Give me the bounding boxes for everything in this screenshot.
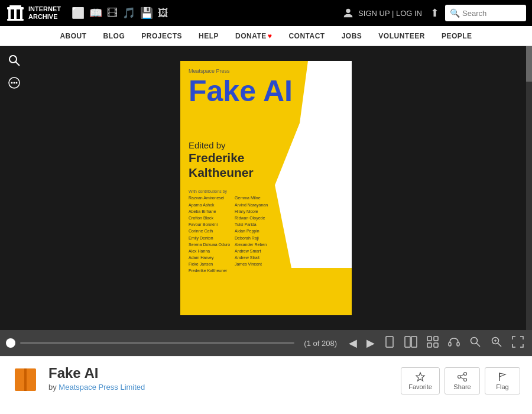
share-button[interactable]: Share <box>445 367 480 394</box>
progress-track[interactable] <box>20 342 294 344</box>
next-page-button[interactable]: ▶ <box>364 337 377 350</box>
nav-projects[interactable]: PROJECTS <box>133 26 190 46</box>
nav-blog[interactable]: BLOG <box>95 26 134 46</box>
nav-help[interactable]: HELP <box>190 26 227 46</box>
nav-donate[interactable]: DONATE♥ <box>227 26 280 46</box>
nav-about[interactable]: ABOUT <box>51 26 95 46</box>
software-icon[interactable]: 💾 <box>140 7 153 20</box>
book-type-icon <box>12 366 39 399</box>
user-icon <box>342 7 355 20</box>
star-icon <box>415 371 426 382</box>
bookmark-search-icon <box>491 336 502 348</box>
fullscreen-button[interactable] <box>510 336 526 351</box>
contributors-columns: Razvan AmironeseiAparna AshokAbeba Birha… <box>189 195 343 274</box>
nav-volunteer[interactable]: VOLUNTEER <box>370 26 433 46</box>
svg-point-22 <box>471 337 478 344</box>
svg-line-36 <box>460 377 464 379</box>
svg-line-35 <box>460 374 464 376</box>
svg-point-11 <box>14 82 15 84</box>
scrollbar-thumb[interactable] <box>526 46 532 82</box>
svg-point-12 <box>16 82 18 84</box>
book-info-section: Fake AI by Meatspace Press Limited <box>12 365 145 399</box>
book-by: by Meatspace Press Limited <box>48 383 145 392</box>
search-ctrl-icon <box>469 336 481 348</box>
svg-rect-16 <box>427 337 432 341</box>
nav-contact[interactable]: CONTACT <box>280 26 333 46</box>
audio-button[interactable] <box>446 336 462 351</box>
svg-point-7 <box>9 56 17 63</box>
nav-jobs[interactable]: JOBS <box>333 26 371 46</box>
search-input[interactable] <box>462 9 521 18</box>
svg-rect-15 <box>411 337 417 347</box>
svg-rect-17 <box>434 337 438 341</box>
svg-point-33 <box>458 376 461 379</box>
fullscreen-icon <box>512 336 524 348</box>
author-link[interactable]: Meatspace Press Limited <box>59 383 145 392</box>
topbar-icons: ⬜ 📖 🎞 🎵 💾 🖼 <box>72 7 168 20</box>
svg-point-6 <box>346 9 350 13</box>
book-cover: Meatspace Press Fake AI Edited by Freder… <box>180 61 352 315</box>
svg-rect-30 <box>24 368 27 391</box>
book-meta: Fake AI by Meatspace Press Limited <box>48 365 145 392</box>
user-actions-text[interactable]: SIGN UP | LOG IN <box>358 9 422 18</box>
film-icon[interactable]: 🎞 <box>107 7 118 20</box>
single-page-button[interactable] <box>382 336 397 351</box>
svg-rect-2 <box>14 9 17 19</box>
audio-icon[interactable]: 🎵 <box>122 7 135 20</box>
viewer-more-button[interactable] <box>6 75 22 91</box>
share-label: Share <box>453 383 471 390</box>
image-icon[interactable]: 🖼 <box>158 7 168 20</box>
svg-rect-14 <box>405 337 410 347</box>
flag-label: Flag <box>496 383 508 390</box>
viewer-area: Meatspace Press Fake AI Edited by Freder… <box>0 46 532 330</box>
svg-marker-31 <box>416 373 424 381</box>
svg-rect-1 <box>8 9 11 19</box>
svg-rect-3 <box>20 9 22 19</box>
viewer-search-ctrl-button[interactable] <box>467 336 484 351</box>
favorite-button[interactable]: Favorite <box>401 367 440 394</box>
editor-name: FrederikeKaltheuner <box>189 150 343 180</box>
bookmark-search-button[interactable] <box>488 336 505 351</box>
nav-people[interactable]: PEOPLE <box>433 26 481 46</box>
svg-rect-5 <box>9 5 21 7</box>
single-page-icon <box>384 336 395 348</box>
svg-rect-19 <box>434 343 438 347</box>
controls-bar: (1 of 208) ◀ ▶ <box>0 330 532 356</box>
web-icon[interactable]: ⬜ <box>72 7 85 20</box>
svg-line-8 <box>16 62 20 66</box>
search-box[interactable]: 🔍 <box>445 5 526 21</box>
contributors-left: Razvan AmironeseiAparna AshokAbeba Birha… <box>189 195 230 274</box>
prev-page-button[interactable]: ◀ <box>346 337 359 350</box>
flag-button[interactable]: Flag <box>485 367 520 394</box>
grid-icon <box>427 336 439 348</box>
edited-by-label: Edited by <box>189 140 343 150</box>
contributors-label: With contributions by <box>189 189 343 193</box>
logo-text: INTERNET ARCHIVE <box>28 5 61 21</box>
svg-rect-28 <box>15 368 25 391</box>
user-area: SIGN UP | LOG IN ⬆ <box>342 7 439 20</box>
more-icon <box>8 76 21 89</box>
svg-line-25 <box>498 343 501 347</box>
viewer-scrollbar[interactable] <box>526 46 532 330</box>
svg-rect-0 <box>7 7 24 9</box>
svg-rect-4 <box>7 19 24 21</box>
navbar: ABOUT BLOG PROJECTS HELP DONATE♥ CONTACT… <box>0 26 532 46</box>
svg-point-32 <box>464 373 467 376</box>
viewer-search-button[interactable] <box>6 52 22 69</box>
upload-icon[interactable]: ⬆ <box>430 7 439 20</box>
search-icon: 🔍 <box>450 8 460 18</box>
book-icon[interactable]: 📖 <box>89 7 102 20</box>
contributors-right: Gemma MilneArvind NarayananHilary Nicole… <box>235 195 268 274</box>
grid-view-button[interactable] <box>424 336 441 351</box>
two-page-button[interactable] <box>402 336 420 351</box>
action-buttons: Favorite Share Flag <box>401 367 520 394</box>
svg-line-23 <box>476 343 480 347</box>
progress-dot[interactable] <box>6 338 15 348</box>
search-icon <box>8 54 21 67</box>
archive-logo-icon <box>6 4 25 22</box>
logo-area[interactable]: INTERNET ARCHIVE <box>6 4 61 22</box>
svg-rect-13 <box>386 337 393 347</box>
info-area: Fake AI by Meatspace Press Limited Favor… <box>0 356 532 407</box>
headphones-icon <box>448 336 460 348</box>
svg-point-34 <box>464 379 467 381</box>
